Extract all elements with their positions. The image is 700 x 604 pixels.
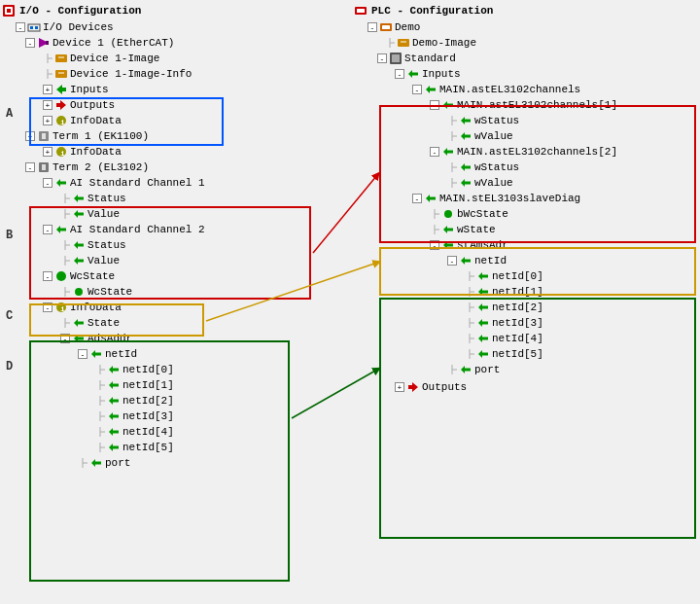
svg-marker-33 [74,195,84,202]
device-icon [37,36,51,50]
expand-main-ch[interactable]: - [412,85,422,94]
input-icon-r [406,67,420,81]
box-a-blue [29,97,224,146]
box-right-yellow [379,247,696,296]
device1-item[interactable]: - Device 1 (EtherCAT) [6,35,343,51]
term2-label: Term 2 (EL3102) [52,161,149,173]
label-a: A [6,107,13,121]
term2-icon [37,160,51,174]
expand-inputs-r[interactable]: - [395,69,404,79]
infodata-t1-label: InfoData [70,146,122,158]
demo-image-label: Demo-Image [412,37,476,49]
inputs-a-item[interactable]: + Inputs [6,82,343,97]
device1-label: Device 1 (EtherCAT) [52,37,174,49]
inputs-a-label: Inputs [70,84,109,95]
expand-infodata-t1[interactable]: + [43,147,52,157]
box-right-red [379,105,696,243]
channel-icon-1 [54,176,68,190]
right-title-text: PLC - Configuration [371,5,493,17]
term2-item[interactable]: - Term 2 (EL3102) [6,160,343,175]
demo-icon [379,20,393,34]
svg-rect-82 [398,39,409,47]
ai-ch1-status-label: Status [88,193,126,204]
main-ch-item[interactable]: - MAIN.astEL3102channels [358,82,698,97]
demo-image-icon [397,36,410,50]
device1-image-label: Device 1-Image [70,53,159,64]
svg-rect-3 [28,24,40,31]
svg-rect-5 [35,26,38,29]
network-icon [27,20,41,34]
standard-label: Standard [404,53,456,64]
inputs-r-label: Inputs [422,68,461,80]
expand-io-devices[interactable]: - [16,22,25,32]
inputs-r-item[interactable]: - Inputs [358,66,698,82]
main-ch-label: MAIN.astEL3102channels [439,84,580,95]
svg-rect-14 [55,70,67,78]
box-c-yellow [29,303,204,337]
imageinfo-icon [54,67,68,81]
svg-rect-4 [30,26,33,29]
input-icon-a [54,83,68,96]
var-icon-ch1s [72,192,86,205]
info-icon-t1: i [54,145,68,159]
device1-image-item[interactable]: Device 1-Image [6,51,343,66]
expand-device1[interactable]: - [25,38,35,48]
expand-inputs-a[interactable]: + [43,85,52,94]
leaf-demo-img [385,38,395,48]
expand-term2[interactable]: - [25,162,35,172]
ai-ch1-item[interactable]: - AI Standard Channel 1 [6,175,343,191]
left-panel-title: I/O - Configuration [2,4,343,18]
ai-ch1-label: AI Standard Channel 1 [70,177,205,189]
expand-ai-ch1[interactable]: - [43,178,52,188]
right-panel-title: PLC - Configuration [354,4,698,18]
io-title-icon [2,4,16,18]
demo-image-item[interactable]: Demo-Image [358,35,698,51]
plc-title-icon [354,4,368,18]
svg-marker-30 [56,179,66,187]
expand-demo[interactable]: - [368,22,377,32]
label-c: C [6,309,13,323]
infodata-t1-item[interactable]: + i InfoData [6,144,343,160]
channel-icon-r [424,83,438,96]
svg-rect-10 [55,54,67,62]
svg-rect-77 [357,9,365,13]
standard-item[interactable]: - Standard [358,51,698,66]
svg-marker-86 [408,70,418,78]
label-b: B [6,229,13,242]
standard-icon [389,52,402,65]
box-right-green [379,298,696,539]
device1-imageinfo-item[interactable]: Device 1-Image-Info [6,66,343,82]
leaf-ch1s [60,194,70,203]
device1-imageinfo-label: Device 1-Image-Info [70,68,192,80]
svg-marker-87 [426,86,436,93]
image-icon [54,52,68,65]
svg-rect-85 [392,54,400,62]
box-d-green [29,340,290,582]
svg-marker-16 [56,85,66,94]
svg-rect-2 [7,9,11,13]
demo-item[interactable]: - Demo [358,19,698,35]
expand-standard[interactable]: - [377,53,387,63]
demo-label: Demo [395,21,420,33]
left-title-text: I/O - Configuration [19,5,141,17]
box-b-red [29,206,311,300]
svg-rect-7 [46,41,49,45]
ai-ch1-status-item[interactable]: Status [6,191,343,206]
svg-text:i: i [60,149,65,158]
io-devices-label: I/O Devices [43,21,114,33]
label-d: D [6,360,13,373]
leaf-icon2 [43,69,52,79]
leaf-icon [43,53,52,63]
io-devices-item[interactable]: - I/O Devices [6,19,343,35]
svg-rect-79 [382,25,390,29]
